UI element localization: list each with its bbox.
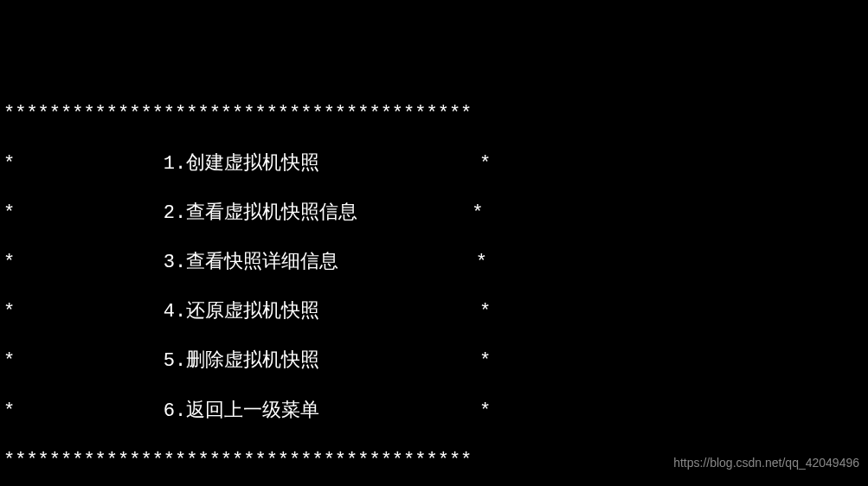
menu-num-3: 3 (164, 252, 175, 273)
menu-num-6: 6 (164, 400, 175, 422)
menu-label-3: 查看快照详细信息 (186, 252, 338, 273)
menu-item-6: * 6.返回上一级菜单 * (3, 400, 865, 425)
menu-num-5: 5 (164, 350, 175, 372)
menu-item-2: * 2.查看虚拟机快照信息 * (3, 201, 865, 227)
menu-item-5: * 5.删除虚拟机快照 * (3, 349, 865, 374)
menu-num-4: 4 (164, 301, 175, 323)
menu-num-1: 1 (164, 153, 175, 175)
watermark: https://blog.csdn.net/qq_42049496 (673, 455, 859, 470)
menu-label-5: 删除虚拟机快照 (186, 350, 319, 372)
menu-item-4: * 4.还原虚拟机快照 * (3, 300, 865, 325)
menu-item-3: * 3.查看快照详细信息 * (3, 251, 865, 276)
menu-label-1: 创建虚拟机快照 (186, 153, 319, 175)
menu-label-6: 返回上一级菜单 (186, 400, 319, 422)
menu-label-4: 还原虚拟机快照 (186, 301, 319, 323)
menu-item-1: * 1.创建虚拟机快照 * (3, 152, 865, 177)
menu-border-top: ****************************************… (3, 102, 865, 127)
menu-label-2: 查看虚拟机快照信息 (186, 202, 357, 224)
menu-num-2: 2 (164, 202, 175, 224)
